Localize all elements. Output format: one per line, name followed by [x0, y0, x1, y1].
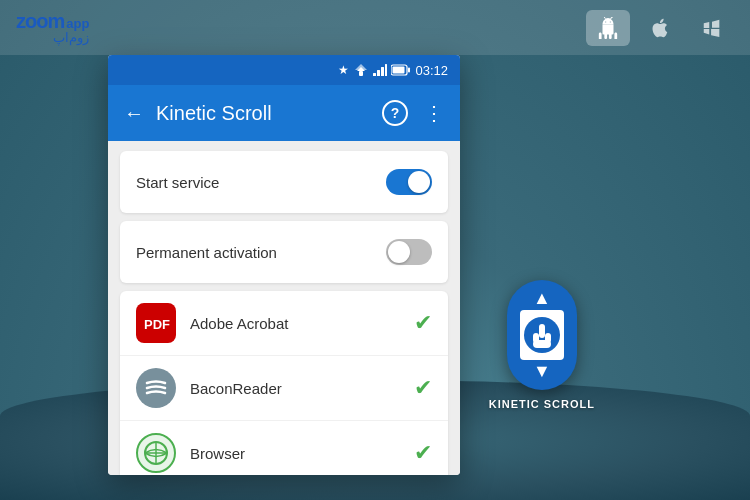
bacon-reader-check: ✔ [414, 375, 432, 401]
kinetic-scroll-box[interactable]: ▲ ▼ [507, 280, 577, 390]
android-platform-btn[interactable] [586, 10, 630, 46]
status-bar: ★ 03:12 [108, 55, 460, 85]
browser-name: Browser [190, 445, 400, 462]
back-button[interactable]: ← [124, 102, 144, 125]
windows-platform-btn[interactable] [690, 10, 734, 46]
bacon-reader-name: BaconReader [190, 380, 400, 397]
logo-app: app [66, 17, 89, 30]
svg-rect-0 [359, 71, 363, 76]
svg-rect-6 [393, 67, 405, 74]
browser-check: ✔ [414, 440, 432, 466]
adobe-acrobat-name: Adobe Acrobat [190, 315, 400, 332]
svg-rect-13 [539, 324, 545, 338]
menu-icon[interactable]: ⋮ [424, 101, 444, 125]
start-service-row: Start service [120, 151, 448, 213]
platform-icons [586, 10, 734, 46]
svg-rect-2 [377, 70, 380, 76]
down-arrow-icon: ▼ [533, 361, 551, 382]
app-list: PDF Adobe Acrobat ✔ BaconReader ✔ [120, 291, 448, 475]
adobe-acrobat-icon: PDF [136, 303, 176, 343]
kinetic-hand-display [520, 310, 564, 360]
start-service-label: Start service [136, 174, 219, 191]
apple-platform-btn[interactable] [638, 10, 682, 46]
svg-rect-4 [385, 64, 387, 76]
header-icons: ? ⋮ [382, 100, 444, 126]
content-area: Start service Permanent activation PDF A… [108, 141, 460, 475]
svg-rect-3 [381, 67, 384, 76]
permanent-activation-row: Permanent activation [120, 221, 448, 283]
phone-mockup: ★ 03:12 ← Kinetic Scroll ? ⋮ Start servi… [108, 55, 460, 475]
toggle-knob-off [388, 241, 410, 263]
star-icon: ★ [338, 63, 349, 77]
up-arrow-icon: ▲ [533, 288, 551, 309]
logo-zoom: zoom [16, 11, 64, 31]
logo-wrapper: zoomapp زوم‌اپ [16, 11, 89, 44]
toggle-knob-on [408, 171, 430, 193]
permanent-activation-toggle[interactable] [386, 239, 432, 265]
permanent-activation-label: Permanent activation [136, 244, 277, 261]
logo-arabic: زوم‌اپ [16, 31, 89, 44]
bacon-reader-icon [136, 368, 176, 408]
logo-area: zoomapp زوم‌اپ [16, 11, 89, 44]
svg-rect-7 [408, 68, 410, 73]
app-title: Kinetic Scroll [156, 102, 370, 125]
kinetic-widget: ▲ ▼ KINETIC SCROLL [489, 280, 595, 410]
help-icon[interactable]: ? [382, 100, 408, 126]
adobe-acrobat-check: ✔ [414, 310, 432, 336]
time-display: 03:12 [415, 63, 448, 78]
list-item: BaconReader ✔ [120, 356, 448, 421]
top-bar: zoomapp زوم‌اپ [0, 0, 750, 55]
start-service-toggle[interactable] [386, 169, 432, 195]
svg-rect-16 [533, 340, 551, 348]
list-item: Browser ✔ [120, 421, 448, 475]
svg-text:PDF: PDF [144, 317, 170, 332]
browser-icon [136, 433, 176, 473]
status-icons: ★ 03:12 [338, 63, 448, 78]
kinetic-label: KINETIC SCROLL [489, 398, 595, 410]
svg-rect-1 [373, 73, 376, 76]
list-item: PDF Adobe Acrobat ✔ [120, 291, 448, 356]
app-header: ← Kinetic Scroll ? ⋮ [108, 85, 460, 141]
